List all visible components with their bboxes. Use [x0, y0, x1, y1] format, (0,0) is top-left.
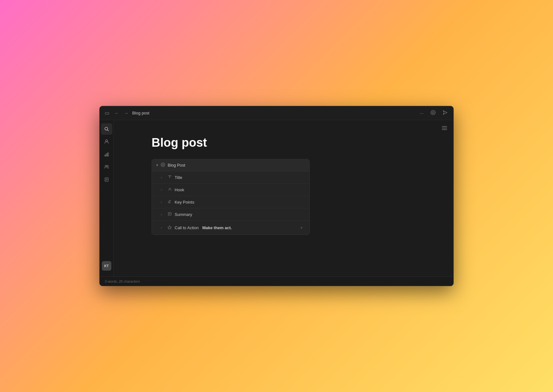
svg-point-17: [161, 163, 165, 167]
call-to-action-icon: [167, 225, 172, 230]
key-points-icon: [167, 199, 172, 205]
hook-item-label: Hook: [175, 187, 184, 192]
chevron-right-icon: ›: [161, 212, 165, 216]
share-icon[interactable]: [429, 109, 438, 117]
summary-icon: [167, 212, 172, 217]
svg-rect-23: [168, 212, 171, 215]
chevron-right-icon: ›: [161, 200, 165, 204]
svg-rect-6: [106, 154, 107, 156]
chevron-down-icon: ▾: [156, 163, 158, 167]
back-arrow-icon[interactable]: ←: [113, 110, 120, 116]
blog-post-icon: [161, 162, 165, 168]
hook-item-icon: [167, 187, 172, 192]
svg-point-1: [432, 112, 434, 113]
svg-line-3: [107, 130, 109, 131]
title-bar-left: ▭ ← → Blog post: [103, 109, 415, 117]
add-item-button[interactable]: +: [298, 224, 305, 231]
outline-header-label: Blog Post: [168, 163, 185, 168]
outline-item-summary[interactable]: › Summary: [152, 208, 309, 221]
status-bar: 3 words, 20 characters: [100, 276, 453, 286]
avatar[interactable]: KT: [102, 261, 111, 271]
outline-container: ▾ Blog Post ›: [152, 159, 310, 235]
chevron-right-icon: ›: [161, 188, 165, 192]
svg-point-0: [431, 110, 435, 115]
svg-point-4: [106, 140, 108, 142]
outline-list: ▾ Blog Post ›: [152, 159, 310, 235]
title-bar: ▭ ← → Blog post ···: [100, 106, 453, 120]
call-to-action-label: Call to Action: [175, 225, 199, 230]
title-bar-right: ···: [418, 109, 450, 117]
summary-item-label: Summary: [175, 212, 192, 217]
page-header: Blog post: [114, 120, 453, 159]
word-count: 3 words, 20 characters: [102, 278, 142, 285]
svg-rect-5: [105, 155, 106, 156]
sidebar-toggle-icon[interactable]: ▭: [103, 109, 111, 117]
content-area: Blog post ▾ Blog Post: [114, 120, 453, 276]
outline-item-hook[interactable]: › Hook: [152, 184, 309, 196]
sidebar-item-search[interactable]: [101, 123, 112, 135]
svg-point-19: [168, 202, 170, 203]
outline-header[interactable]: ▾ Blog Post: [152, 159, 309, 171]
sidebar-bottom: KT: [102, 261, 111, 273]
outline-item-call-to-action[interactable]: › Call to Action Make them act. +: [152, 221, 309, 235]
main-layout: KT Blog post ▾: [100, 120, 453, 276]
sidebar-item-documents[interactable]: [101, 174, 112, 185]
svg-rect-7: [108, 153, 109, 156]
more-options-button[interactable]: ···: [418, 109, 426, 117]
forward-arrow-icon[interactable]: →: [123, 110, 130, 116]
svg-point-9: [107, 165, 108, 167]
call-to-action-sublabel: Make them act.: [201, 225, 232, 230]
outline-item-key-points[interactable]: › Key Points: [152, 196, 309, 208]
sidebar: KT: [100, 120, 114, 276]
outline-item-title[interactable]: › Title: [152, 171, 309, 184]
right-panel-toggle[interactable]: [440, 125, 449, 132]
sidebar-item-analytics[interactable]: [101, 149, 112, 160]
svg-point-8: [105, 165, 107, 167]
sidebar-item-home[interactable]: [101, 136, 112, 147]
send-icon[interactable]: [441, 109, 450, 117]
key-points-item-label: Key Points: [175, 200, 194, 205]
chevron-right-icon: ›: [161, 175, 165, 179]
page-title: Blog post: [152, 136, 453, 150]
breadcrumb-title: Blog post: [132, 111, 149, 115]
title-item-icon: [167, 175, 172, 180]
chevron-right-icon: ›: [161, 226, 165, 230]
app-window: ▭ ← → Blog post ···: [99, 106, 454, 286]
sidebar-item-users[interactable]: [101, 161, 112, 173]
title-item-label: Title: [175, 175, 182, 180]
svg-point-18: [162, 164, 164, 166]
